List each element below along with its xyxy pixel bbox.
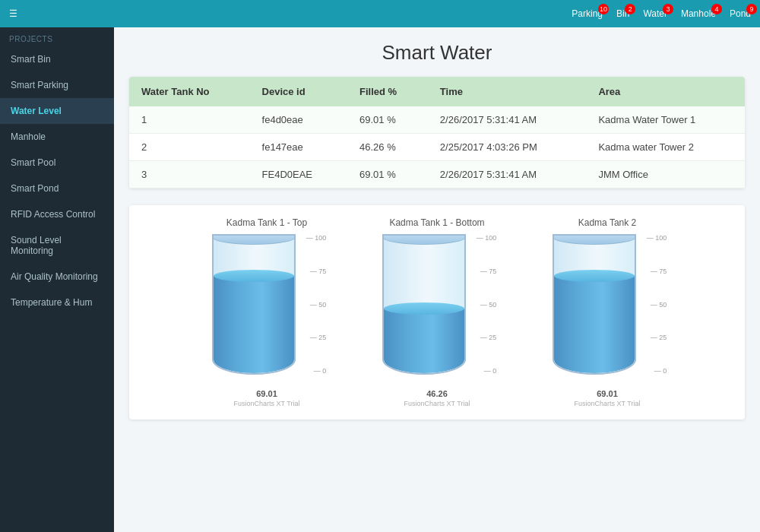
chart-with-axis: — 100— 75— 50— 25— 0 (545, 234, 670, 386)
table-cell-tank_no: 3 (129, 161, 250, 188)
cylinder-top-ellipse (553, 234, 636, 245)
cylinder-outer (382, 234, 466, 375)
table-row: 3FE4D0EAE69.01 %2/26/2017 5:31:41 AMJMM … (129, 161, 745, 188)
cylinder-chart (375, 234, 473, 386)
table-cell-device_id: fe4d0eae (250, 106, 347, 134)
top-navigation: ☰ Parking10Bin2Water3Manhole4Pond9 (0, 0, 760, 27)
y-axis-tick: — 100 (477, 234, 497, 242)
chart-value-label: 69.01 (256, 389, 277, 398)
menu-icon[interactable]: ☰ (9, 8, 17, 19)
sidebar-item-temperature[interactable]: Temperature & Hum (0, 290, 114, 315)
table-cell-area: Kadma water Tower 2 (586, 134, 745, 161)
y-axis: — 100— 75— 50— 25— 0 (303, 234, 330, 375)
sidebar-item-rfid[interactable]: RFID Access Control (0, 201, 114, 227)
sidebar-item-water-level[interactable]: Water Level (0, 98, 114, 124)
content-area: Smart Water Water Tank NoDevice idFilled… (114, 27, 760, 532)
table-cell-time: 2/26/2017 5:31:41 AM (428, 161, 587, 188)
chart-value-label: 46.26 (426, 389, 448, 398)
table-row: 1fe4d0eae69.01 %2/26/2017 5:31:41 AMKadm… (129, 106, 745, 134)
sidebar-section-label: Projects (0, 27, 114, 46)
chart-trial-label: FusionCharts XT Trial (404, 400, 470, 407)
table-row: 2fe147eae46.26 %2/25/2017 4:03:26 PMKadm… (129, 134, 745, 161)
chart-title: Kadma Tank 2 (578, 217, 637, 228)
y-axis: — 100— 75— 50— 25— 0 (644, 234, 670, 375)
y-axis-tick: — 0 (306, 367, 327, 375)
y-axis-tick: — 0 (647, 367, 667, 375)
cylinder-top-ellipse (212, 234, 296, 245)
sidebar: Projects Smart BinSmart ParkingWater Lev… (0, 27, 114, 532)
nav-item-parking[interactable]: Parking10 (572, 8, 603, 19)
y-axis-tick: — 25 (306, 334, 327, 341)
y-axis-tick: — 25 (477, 334, 497, 341)
cylinder-outer (212, 234, 296, 375)
y-axis-tick: — 50 (647, 301, 667, 309)
table-cell-filled: 46.26 % (347, 134, 428, 161)
table-header-cell: Filled % (347, 77, 428, 106)
chart-with-axis: — 100— 75— 50— 25— 0 (375, 234, 500, 386)
y-axis-tick: — 100 (306, 234, 327, 242)
table-cell-device_id: fe147eae (250, 134, 347, 161)
nav-item-manhole[interactable]: Manhole4 (681, 8, 716, 19)
y-axis-tick: — 100 (647, 234, 667, 242)
sidebar-item-smart-pond[interactable]: Smart Pond (0, 176, 114, 201)
table-cell-device_id: FE4D0EAE (250, 161, 347, 188)
table-cell-area: JMM Office (586, 161, 745, 188)
y-axis-tick: — 75 (477, 268, 497, 275)
table-header-cell: Water Tank No (129, 77, 250, 106)
y-axis-tick: — 25 (647, 334, 667, 341)
table-body: 1fe4d0eae69.01 %2/26/2017 5:31:41 AMKadm… (129, 106, 745, 188)
table-cell-filled: 69.01 % (347, 106, 428, 134)
nav-items: Parking10Bin2Water3Manhole4Pond9 (572, 8, 751, 19)
table-cell-area: Kadma Water Tower 1 (586, 106, 745, 134)
y-axis-tick: — 0 (477, 367, 497, 375)
table-cell-tank_no: 2 (129, 134, 250, 161)
page-title: Smart Water (129, 41, 745, 65)
table-header-cell: Area (586, 77, 745, 106)
chart-trial-label: FusionCharts XT Trial (575, 400, 641, 407)
y-axis-tick: — 75 (306, 268, 327, 275)
cylinder-fill (384, 309, 464, 373)
chart-with-axis: — 100— 75— 50— 25— 0 (204, 234, 330, 386)
main-layout: Projects Smart BinSmart ParkingWater Lev… (0, 27, 760, 532)
table-cell-time: 2/26/2017 5:31:41 AM (428, 106, 587, 134)
table-header-cell: Time (428, 77, 587, 106)
sidebar-item-air-quality[interactable]: Air Quality Monitoring (0, 264, 114, 290)
table-header-row: Water Tank NoDevice idFilled %TimeArea (129, 77, 745, 106)
water-table: Water Tank NoDevice idFilled %TimeArea 1… (129, 77, 745, 188)
table-cell-time: 2/25/2017 4:03:26 PM (428, 134, 587, 161)
sidebar-item-smart-bin[interactable]: Smart Bin (0, 46, 114, 72)
nav-item-bin[interactable]: Bin2 (616, 8, 629, 19)
cylinder-fill (214, 276, 294, 373)
cylinder-top-ellipse (382, 234, 466, 245)
chart-trial-label: FusionCharts XT Trial (234, 400, 300, 407)
cylinder-fill (554, 276, 635, 373)
chart-title: Kadma Tank 1 - Bottom (389, 217, 484, 228)
table-cell-tank_no: 1 (129, 106, 250, 134)
chart-0: Kadma Tank 1 - Top— 100— 75— 50— 25— 069… (187, 217, 347, 407)
chart-1: Kadma Tank 1 - Bottom— 100— 75— 50— 25— … (357, 217, 517, 407)
sidebar-item-smart-parking[interactable]: Smart Parking (0, 72, 114, 98)
y-axis-tick: — 50 (477, 301, 497, 309)
cylinder-chart (545, 234, 644, 386)
chart-2: Kadma Tank 2— 100— 75— 50— 25— 069.01Fus… (527, 217, 687, 407)
cylinder-fill-top (384, 302, 464, 315)
cylinder-outer (553, 234, 636, 375)
cylinder-fill-top (214, 270, 294, 282)
sidebar-item-manhole[interactable]: Manhole (0, 124, 114, 150)
table-header-cell: Device id (250, 77, 347, 106)
table-cell-filled: 69.01 % (347, 161, 428, 188)
sidebar-item-smart-pool[interactable]: Smart Pool (0, 150, 114, 176)
cylinder-chart (204, 234, 303, 386)
nav-item-water[interactable]: Water3 (643, 8, 667, 19)
y-axis: — 100— 75— 50— 25— 0 (473, 234, 500, 375)
cylinder-fill-top (554, 270, 635, 282)
nav-item-pond[interactable]: Pond9 (730, 8, 751, 19)
y-axis-tick: — 50 (306, 301, 327, 309)
y-axis-tick: — 75 (647, 268, 667, 275)
charts-container: Kadma Tank 1 - Top— 100— 75— 50— 25— 069… (129, 205, 745, 420)
sidebar-item-sound[interactable]: Sound Level Monitoring (0, 227, 114, 264)
chart-value-label: 69.01 (597, 389, 618, 398)
chart-title: Kadma Tank 1 - Top (226, 217, 307, 228)
